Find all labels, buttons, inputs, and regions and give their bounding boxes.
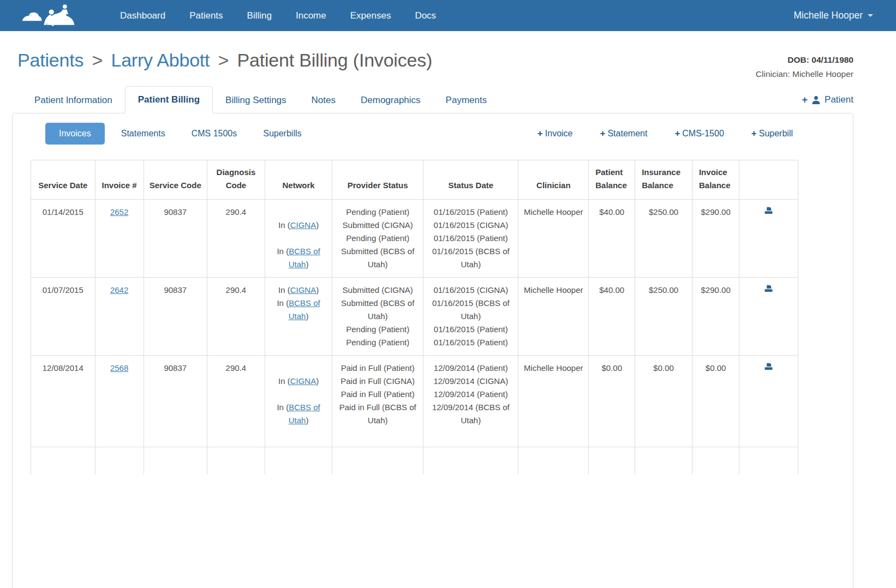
network-link-bcbs-of-utah[interactable]: BCBS of Utah (289, 247, 320, 269)
table-row: 01/07/2015264290837290.4In (CIGNA)In (BC… (31, 278, 798, 356)
empty-cell (31, 447, 95, 475)
add-patient-label: Patient (825, 94, 853, 105)
print-cell (739, 278, 798, 356)
invoice-number-cell: 2652 (95, 200, 144, 278)
subtab-statements[interactable]: Statements (121, 129, 165, 139)
col-header-provider-status: Provider Status (332, 160, 423, 200)
empty-cell (635, 447, 692, 475)
subtab-cms-1500s[interactable]: CMS 1500s (192, 129, 237, 139)
insurance-balance-cell: $250.00 (635, 278, 692, 356)
action-label: CMS-1500 (682, 129, 724, 138)
person-icon (811, 95, 821, 105)
tab-demographics[interactable]: Demographics (348, 87, 433, 113)
nav-item-dashboard[interactable]: Dashboard (120, 10, 165, 21)
subtab-superbills[interactable]: Superbills (263, 129, 301, 139)
provider-status-entry: Pending (Patient) (337, 232, 419, 245)
nav-item-patients[interactable]: Patients (189, 10, 223, 21)
add-invoice-button[interactable]: +Invoice (537, 128, 573, 139)
invoice-link[interactable]: 2642 (110, 285, 128, 295)
network-spacer (270, 362, 327, 375)
table-row: 12/08/2014256890837290.4 In (CIGNA) In (… (31, 356, 798, 447)
print-button[interactable] (763, 287, 774, 297)
plus-icon: + (537, 128, 543, 139)
top-navbar: DashboardPatientsBillingIncomeExpensesDo… (0, 0, 896, 31)
invoice-link[interactable]: 2652 (110, 207, 128, 217)
billing-panel: InvoicesStatementsCMS 1500sSuperbills+In… (12, 113, 853, 588)
service-code-cell: 90837 (144, 278, 207, 356)
tab-patient-information[interactable]: Patient Information (22, 87, 125, 113)
network-cell: In (CIGNA) In (BCBS of Utah) (265, 200, 332, 278)
action-label: Invoice (545, 129, 573, 138)
col-header-invoice: Invoice # (95, 160, 144, 200)
network-cell: In (CIGNA)In (BCBS of Utah) (265, 278, 332, 356)
nav-item-income[interactable]: Income (296, 10, 326, 21)
invoice-balance-cell: $0.00 (692, 356, 739, 447)
network-link-cigna[interactable]: CIGNA (290, 376, 316, 386)
nav-item-docs[interactable]: Docs (415, 10, 436, 21)
add-superbill-button[interactable]: +Superbill (751, 128, 793, 139)
invoice-balance-cell: $290.00 (692, 278, 739, 356)
network-link-bcbs-of-utah[interactable]: BCBS of Utah (289, 403, 320, 425)
network-link-bcbs-of-utah[interactable]: BCBS of Utah (289, 298, 320, 321)
status-date-entry: 12/09/2014 (BCBS of Utah) (428, 401, 513, 427)
invoice-number-cell: 2568 (95, 356, 144, 447)
add-cms-1500-button[interactable]: +CMS-1500 (674, 128, 724, 139)
status-date-entry: 01/16/2015 (CIGNA) (428, 219, 513, 232)
nav-item-billing[interactable]: Billing (247, 10, 272, 21)
provider-status-entry: Paid in Full (Patient) (337, 362, 419, 375)
patient-balance-cell: $40.00 (589, 200, 635, 278)
invoice-number-cell: 2642 (95, 278, 144, 356)
service-date-cell: 01/07/2015 (31, 278, 95, 356)
printer-icon (763, 206, 774, 217)
patient-dob: DOB: 04/11/1980 (756, 53, 853, 67)
service-code-cell: 90837 (144, 200, 207, 278)
user-menu[interactable]: Michelle Hooper (794, 10, 873, 21)
page-header: Patients > Larry Abbott > Patient Billin… (0, 31, 896, 82)
printer-icon (763, 284, 774, 295)
provider-status-cell: Pending (Patient)Submitted (CIGNA)Pendin… (332, 200, 423, 278)
network-entry: In (CIGNA) (270, 284, 327, 297)
empty-cell (692, 447, 739, 475)
clinician-cell: Michelle Hooper (518, 200, 589, 278)
provider-status-entry: Pending (Patient) (337, 336, 419, 349)
tab-payments[interactable]: Payments (433, 87, 500, 113)
status-date-entry: 01/16/2015 (Patient) (428, 336, 513, 349)
add-statement-button[interactable]: +Statement (600, 128, 648, 139)
col-header-actions (739, 160, 798, 200)
empty-cell (739, 447, 798, 475)
status-date-entry: 01/16/2015 (Patient) (428, 206, 513, 219)
status-date-cell: 01/16/2015 (Patient)01/16/2015 (CIGNA)01… (423, 200, 518, 278)
printer-icon (763, 362, 774, 373)
empty-cell (423, 447, 518, 475)
patient-tabs: Patient InformationPatient BillingBillin… (0, 82, 896, 113)
breadcrumb-link-larry-abbott[interactable]: Larry Abbott (111, 50, 210, 70)
provider-status-entry: Paid in Full (BCBS of Utah) (337, 401, 419, 427)
print-button[interactable] (763, 365, 774, 375)
tab-billing-settings[interactable]: Billing Settings (213, 87, 299, 113)
service-date-cell: 12/08/2014 (31, 356, 95, 447)
col-header-service-date: Service Date (31, 160, 95, 200)
mountain-climbers-logo[interactable] (20, 3, 84, 28)
network-link-cigna[interactable]: CIGNA (290, 285, 316, 295)
status-date-entry: 01/16/2015 (Patient) (428, 323, 513, 336)
network-spacer (270, 206, 327, 219)
breadcrumb-separator: > (210, 50, 237, 70)
plus-icon: + (751, 128, 757, 139)
invoice-link[interactable]: 2568 (110, 363, 128, 373)
insurance-balance-cell: $0.00 (635, 356, 692, 447)
add-patient-button[interactable]: + Patient (802, 94, 853, 113)
tab-notes[interactable]: Notes (299, 87, 348, 113)
provider-status-entry: Pending (Patient) (337, 323, 419, 336)
tab-patient-billing[interactable]: Patient Billing (125, 86, 213, 113)
action-label: Superbill (759, 129, 793, 138)
print-button[interactable] (763, 209, 774, 219)
col-header-diagnosis-code: Diagnosis Code (207, 160, 265, 200)
empty-cell (589, 447, 635, 475)
network-entry: In (BCBS of Utah) (270, 401, 327, 427)
breadcrumb-link-patients[interactable]: Patients (17, 50, 83, 70)
subtab-invoices[interactable]: Invoices (45, 123, 105, 145)
provider-status-cell: Paid in Full (Patient)Paid in Full (CIGN… (332, 356, 423, 447)
network-link-cigna[interactable]: CIGNA (290, 220, 316, 230)
status-date-entry: 01/16/2015 (BCBS of Utah) (428, 297, 513, 323)
nav-item-expenses[interactable]: Expenses (350, 10, 391, 21)
